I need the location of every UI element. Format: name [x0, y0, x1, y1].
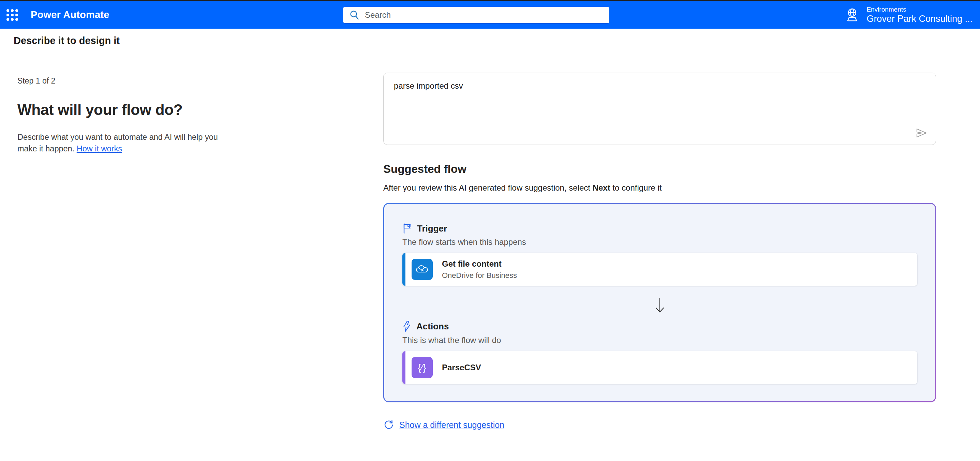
global-search	[343, 7, 609, 23]
trigger-section-description: The flow starts when this happens	[402, 237, 935, 247]
parse-csv-glyph: {⁄}	[418, 362, 426, 373]
flow-question-heading: What will your flow do?	[18, 101, 234, 118]
trigger-card-accent	[402, 253, 406, 286]
arrow-down-icon	[654, 297, 666, 314]
environment-picker[interactable]: Environments Grover Park Consulting ...	[842, 1, 975, 29]
subtitle-next: Next	[593, 183, 610, 192]
step-indicator: Step 1 of 2	[18, 76, 234, 86]
environment-icon	[844, 7, 859, 23]
suggested-flow-heading: Suggested flow	[383, 163, 936, 176]
top-app-bar: Power Automate Environments Grover Park …	[0, 1, 980, 29]
trigger-card[interactable]: Get file content OneDrive for Business	[402, 253, 917, 286]
trigger-section-header: Trigger	[402, 223, 935, 234]
send-button[interactable]	[914, 126, 929, 140]
left-panel: Step 1 of 2 What will your flow do? Desc…	[0, 53, 255, 461]
subtitle-suffix: to configure it	[610, 183, 662, 192]
environment-name: Grover Park Consulting ...	[867, 13, 972, 24]
refresh-icon	[383, 420, 394, 430]
actions-section-description: This is what the flow will do	[402, 335, 935, 345]
action-card[interactable]: {⁄} ParseCSV	[402, 351, 917, 384]
how-it-works-link[interactable]: How it works	[77, 144, 122, 153]
parse-csv-icon: {⁄}	[412, 357, 433, 378]
refresh-suggestion-link[interactable]: Show a different suggestion	[399, 420, 504, 430]
page-header: Describe it to design it	[0, 29, 980, 53]
page-title: Describe it to design it	[14, 35, 120, 46]
flow-description: Describe what you want to automate and A…	[18, 131, 222, 154]
onedrive-icon	[412, 259, 433, 280]
app-title: Power Automate	[31, 9, 110, 21]
lightning-icon	[402, 321, 411, 332]
refresh-suggestion[interactable]: Show a different suggestion	[383, 420, 936, 430]
search-icon	[349, 10, 360, 20]
main-area: parse imported csv Suggested flow After …	[255, 53, 980, 461]
action-card-accent	[402, 351, 406, 384]
actions-section-label: Actions	[416, 321, 449, 332]
app-launcher-button[interactable]	[0, 1, 25, 29]
waffle-icon	[6, 9, 18, 21]
flag-icon	[402, 223, 412, 234]
send-icon	[915, 127, 928, 140]
search-input[interactable]	[365, 10, 603, 20]
trigger-card-subtitle: OneDrive for Business	[442, 271, 517, 280]
trigger-section-label: Trigger	[417, 223, 447, 234]
action-card-title: ParseCSV	[442, 363, 481, 372]
subtitle-prefix: After you review this AI generated flow …	[383, 183, 593, 192]
prompt-input-box: parse imported csv	[383, 73, 936, 145]
flow-connector	[402, 297, 917, 315]
suggestion-card: Trigger The flow starts when this happen…	[383, 203, 936, 402]
prompt-textarea[interactable]: parse imported csv	[383, 73, 935, 145]
actions-section-header: Actions	[402, 321, 935, 332]
trigger-card-title: Get file content	[442, 259, 517, 269]
suggested-flow-subtitle: After you review this AI generated flow …	[383, 183, 936, 192]
environments-label: Environments	[867, 5, 972, 13]
